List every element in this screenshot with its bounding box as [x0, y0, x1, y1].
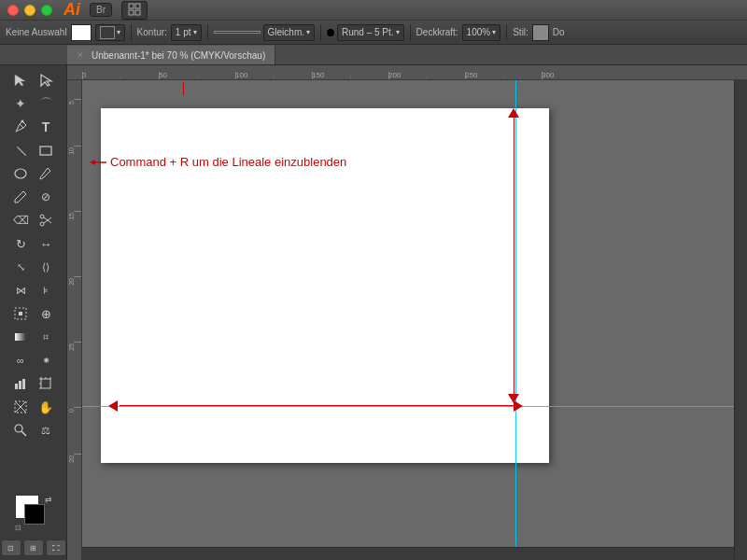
pencil-tool[interactable] — [8, 186, 33, 208]
gradient-tool[interactable] — [8, 326, 33, 348]
svg-rect-0 — [129, 4, 134, 8]
ruler-mark-100: 100 — [235, 71, 247, 79]
stroke-size-value: 1 pt — [176, 27, 191, 37]
warp-tool[interactable]: ⋈ — [8, 279, 33, 301]
separator2 — [207, 24, 208, 41]
free-transform-row: ⊕ — [8, 302, 58, 325]
measure-tool[interactable]: ⚖ — [34, 419, 58, 441]
svg-rect-17 — [41, 379, 50, 388]
stroke-style-dropdown[interactable]: Gleichm. — [263, 24, 315, 41]
style-swatch[interactable] — [532, 24, 549, 41]
grid-icon — [128, 3, 141, 16]
stroke-swatch-dropdown[interactable] — [95, 24, 125, 41]
scale-tool[interactable]: ⤡ — [8, 256, 33, 278]
kontur-label: Kontur: — [137, 27, 167, 37]
wand-lasso-row: ✦ ⌒ — [8, 92, 58, 115]
column-graph-icon — [13, 376, 28, 391]
rect-icon — [38, 143, 53, 158]
svg-point-8 — [40, 222, 44, 226]
gradient-icon — [13, 329, 28, 344]
rect-tool[interactable] — [34, 139, 58, 161]
rotate-tool[interactable]: ↻ — [8, 232, 33, 255]
minimize-button[interactable] — [24, 5, 35, 16]
ruler-mark-300: 300 — [542, 71, 554, 79]
text-tool[interactable]: T — [34, 116, 58, 138]
direct-selection-tool[interactable] — [34, 69, 58, 91]
scroll-bottom[interactable] — [82, 547, 734, 560]
arrow-left-h-indicator — [108, 400, 120, 412]
eraser-tool[interactable]: ⌫ — [8, 209, 33, 231]
slice-tool[interactable] — [8, 396, 33, 418]
dot-style-dropdown[interactable]: Rund – 5 Pt. — [337, 24, 404, 41]
svg-rect-16 — [22, 379, 25, 389]
doc-canvas[interactable]: Command + R um die Lineale einzublenden — [82, 80, 747, 560]
ellipse-tool[interactable] — [8, 162, 33, 185]
svg-point-4 — [21, 120, 24, 123]
width-tool[interactable]: ⊧ — [34, 279, 58, 301]
shear-tool[interactable]: ⟨⟩ — [34, 256, 58, 278]
stroke-size-dropdown[interactable]: 1 pt — [171, 24, 202, 41]
ruler-left: 5 10 15 20 25 0 20 — [67, 80, 82, 560]
svg-line-26 — [21, 431, 26, 436]
document-tab[interactable]: ✕ Unbenannt-1* bei 70 % (CMYK/Vorschau) — [67, 45, 275, 64]
selection-tool[interactable] — [8, 69, 33, 91]
stroke-color-swatch[interactable] — [24, 504, 45, 525]
full-screen2-button[interactable]: ⛶ — [46, 539, 66, 556]
opacity-dropdown[interactable]: 100% — [462, 24, 501, 41]
paintbrush-tool[interactable] — [34, 162, 58, 185]
blob-brush-tool[interactable]: ⊘ — [34, 186, 58, 208]
column-graph-tool[interactable] — [8, 372, 33, 395]
fill-stroke-swatches[interactable]: ⇄ ⊡ — [15, 495, 52, 532]
lasso-tool[interactable]: ⌒ — [34, 92, 58, 115]
mesh-tool[interactable]: ⌗ — [34, 326, 58, 348]
full-screen-button[interactable]: ⊞ — [23, 539, 44, 556]
toolbar: ✦ ⌒ T | ⊘ — [0, 65, 67, 560]
free-transform-tool[interactable] — [8, 302, 33, 325]
maximize-button[interactable] — [41, 5, 52, 16]
ruler-mark-v-20b: 20 — [68, 455, 75, 463]
stil-label: Stil: — [513, 27, 529, 37]
canvas-area[interactable]: 0 50 100 150 200 250 300 — [67, 65, 747, 560]
main-area: ✦ ⌒ T | ⊘ — [0, 65, 747, 560]
svg-marker-28 — [90, 160, 95, 165]
close-button[interactable] — [7, 5, 19, 16]
scroll-right[interactable] — [734, 80, 747, 560]
separator4 — [410, 24, 411, 41]
svg-rect-1 — [135, 4, 140, 8]
stroke-line-preview — [214, 31, 261, 34]
symbol-sprayer-tool[interactable]: ⁕ — [34, 349, 58, 371]
bridge-button[interactable]: Br — [90, 3, 112, 17]
rotate-row: ↻ ↔ — [8, 232, 58, 255]
normal-screen-button[interactable]: ⊡ — [1, 539, 21, 556]
svg-rect-12 — [19, 312, 22, 315]
default-colors-icon[interactable]: ⊡ — [15, 524, 21, 532]
tab-close-icon[interactable]: ✕ — [77, 50, 84, 60]
horizontal-guide — [82, 406, 747, 407]
ruler-mark-v-10: 10 — [68, 147, 75, 155]
ruler-mark-v-25: 25 — [68, 343, 75, 351]
zoom-tool[interactable] — [8, 419, 33, 441]
controlbar: Keine Auswahl Kontur: 1 pt Gleichm. Rund… — [0, 21, 747, 45]
dot-indicator — [327, 29, 334, 36]
view-button[interactable] — [121, 1, 148, 20]
arrow-right-h-indicator — [512, 400, 523, 412]
fill-swatch[interactable] — [71, 24, 92, 41]
tabbar: ✕ Unbenannt-1* bei 70 % (CMYK/Vorschau) — [0, 45, 747, 65]
ruler-mark-v-15: 15 — [68, 213, 75, 220]
svg-rect-14 — [15, 384, 18, 389]
separator5 — [506, 24, 507, 41]
swap-colors-icon[interactable]: ⇄ — [45, 495, 52, 504]
zoom-row: ⚖ — [8, 419, 58, 441]
artboard-tool[interactable] — [34, 372, 58, 395]
svg-point-7 — [40, 215, 44, 218]
pencil-row: ⊘ — [8, 186, 58, 208]
shape-builder-tool[interactable]: ⊕ — [34, 302, 58, 325]
hand-tool[interactable]: ✋ — [34, 396, 58, 418]
magic-wand-tool[interactable]: ✦ — [8, 92, 33, 115]
reflect-tool[interactable]: ↔ — [34, 232, 58, 255]
ruler-mark-50: 50 — [159, 71, 167, 79]
scissors-icon — [38, 213, 53, 228]
blend-tool[interactable]: ∞ — [8, 349, 33, 371]
scissors-tool[interactable] — [34, 209, 58, 231]
artboard — [101, 108, 549, 463]
